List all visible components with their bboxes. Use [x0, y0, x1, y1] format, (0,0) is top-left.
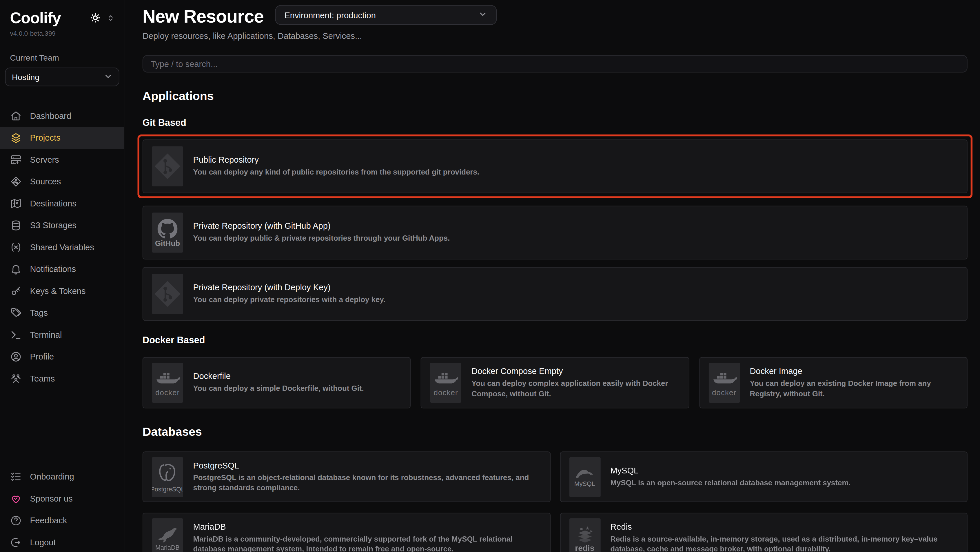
- card-title: Redis: [610, 522, 958, 531]
- sidebar-item-logout[interactable]: Logout: [0, 531, 124, 552]
- mariadb-logo: MariaDB: [152, 518, 183, 552]
- environment-select[interactable]: Environment: production: [275, 5, 497, 25]
- card-description: MySQL is an open-source relational datab…: [610, 478, 851, 488]
- users-icon: [10, 373, 22, 385]
- mysql-logo-text: MySQL: [574, 481, 595, 487]
- card-description: You can deploy complex application easil…: [471, 379, 680, 399]
- sidebar-item-profile[interactable]: Profile: [0, 346, 124, 368]
- terminal-icon: [10, 329, 22, 341]
- git-source-icon: [10, 176, 22, 188]
- sidebar-nav: Dashboard Projects Servers Sources Desti…: [0, 105, 124, 389]
- sidebar-header-icons: [90, 13, 115, 23]
- docker-based-heading: Docker Based: [143, 335, 967, 345]
- database-icon: [10, 219, 22, 231]
- sidebar-item-servers[interactable]: Servers: [0, 149, 124, 171]
- card-description: You can deploy public & private reposito…: [193, 233, 450, 244]
- card-title: Private Repository (with GitHub App): [193, 222, 450, 231]
- sidebar-item-projects[interactable]: Projects: [0, 127, 124, 149]
- team-select-value: Hosting: [12, 72, 40, 81]
- card-mysql[interactable]: MySQL MySQL MySQL is an open-source rela…: [560, 451, 967, 502]
- card-title: Docker Compose Empty: [471, 367, 680, 376]
- sidebar: Coolify v4.0.0-beta.399 Current Team Hos…: [0, 0, 125, 552]
- card-title: Public Repository: [193, 155, 479, 165]
- card-description: You can deploy any kind of public reposi…: [193, 167, 479, 177]
- redis-logo-text: redis: [575, 545, 594, 551]
- git-based-heading: Git Based: [143, 117, 967, 128]
- card-title: PostgreSQL: [193, 461, 541, 470]
- sidebar-item-sponsor-us[interactable]: Sponsor us: [0, 488, 124, 509]
- card-docker-compose-empty[interactable]: docker Docker Compose Empty You can depl…: [421, 357, 689, 408]
- docker-logo-text: docker: [155, 390, 180, 396]
- chevron-down-icon: [478, 9, 487, 21]
- card-description: You can deploy an existing Docker Image …: [750, 379, 958, 399]
- environment-select-value: Environment: production: [284, 10, 376, 20]
- database-cards-grid: PostgreSQL PostgreSQL PostgreSQL is an o…: [143, 451, 967, 552]
- card-dockerfile[interactable]: docker Dockerfile You can deploy a simpl…: [143, 357, 411, 408]
- databases-heading: Databases: [143, 425, 967, 439]
- card-title: Dockerfile: [193, 372, 364, 381]
- mariadb-logo-text: MariaDB: [155, 544, 180, 551]
- current-team-label: Current Team: [0, 37, 124, 62]
- sidebar-item-feedback[interactable]: Feedback: [0, 510, 124, 531]
- card-title: Private Repository (with Deploy Key): [193, 283, 385, 292]
- page-header: New Resource Environment: production: [143, 6, 967, 27]
- git-icon: [152, 147, 183, 187]
- server-icon: [10, 154, 22, 166]
- card-description: PostgreSQL is an object-relational datab…: [193, 472, 541, 493]
- github-logo: GitHub: [152, 212, 183, 252]
- github-logo-text: GitHub: [155, 240, 180, 246]
- docker-logo-text: docker: [433, 390, 458, 396]
- git-icon: [152, 274, 183, 314]
- selected-card-outline: Public Repository You can deploy any kin…: [138, 134, 973, 198]
- theme-toggle-sun-icon[interactable]: [90, 13, 101, 23]
- sidebar-item-s3-storages[interactable]: S3 Storages: [0, 215, 124, 236]
- card-postgresql[interactable]: PostgreSQL PostgreSQL PostgreSQL is an o…: [143, 451, 550, 502]
- docker-logo: docker: [430, 363, 461, 403]
- card-redis[interactable]: redis Redis Redis is a source-available,…: [560, 513, 967, 552]
- map-icon: [10, 198, 22, 210]
- redis-logo: redis: [569, 518, 600, 552]
- search-bar: [143, 55, 967, 72]
- card-description: You can deploy private repositories with…: [193, 295, 385, 305]
- card-docker-image[interactable]: docker Docker Image You can deploy an ex…: [699, 357, 967, 408]
- team-select[interactable]: Hosting: [5, 67, 119, 86]
- postgresql-logo-text: PostgreSQL: [152, 486, 183, 493]
- card-mariadb[interactable]: MariaDB MariaDB MariaDB is a community-d…: [143, 513, 550, 552]
- heart-hands-icon: [10, 493, 22, 505]
- card-title: Docker Image: [750, 367, 958, 376]
- page-title: New Resource: [143, 6, 264, 26]
- help-circle-icon: [10, 515, 22, 526]
- bell-icon: [10, 263, 22, 275]
- docker-logo: docker: [152, 363, 183, 403]
- sidebar-item-destinations[interactable]: Destinations: [0, 193, 124, 214]
- chevron-down-icon: [104, 72, 113, 82]
- sidebar-item-notifications[interactable]: Notifications: [0, 258, 124, 280]
- card-private-repository-github-app[interactable]: GitHub Private Repository (with GitHub A…: [143, 206, 967, 260]
- app-window: Coolify v4.0.0-beta.399 Current Team Hos…: [0, 0, 980, 552]
- search-input[interactable]: [143, 59, 967, 69]
- checklist-icon: [10, 471, 22, 483]
- sidebar-item-terminal[interactable]: Terminal: [0, 324, 124, 346]
- sidebar-item-keys-tokens[interactable]: Keys & Tokens: [0, 280, 124, 302]
- sidebar-item-teams[interactable]: Teams: [0, 368, 124, 389]
- applications-heading: Applications: [143, 89, 967, 103]
- card-public-repository[interactable]: Public Repository You can deploy any kin…: [143, 139, 967, 193]
- tag-icon: [10, 307, 22, 319]
- sidebar-item-shared-variables[interactable]: Shared Variables: [0, 236, 124, 258]
- sidebar-item-dashboard[interactable]: Dashboard: [0, 105, 124, 127]
- app-version: v4.0.0-beta.399: [0, 27, 124, 37]
- page-subtitle: Deploy resources, like Applications, Dat…: [143, 31, 967, 41]
- logout-icon: [10, 537, 22, 549]
- docker-logo: docker: [708, 363, 740, 403]
- key-icon: [10, 285, 22, 297]
- coolify-logo[interactable]: Coolify: [10, 9, 61, 27]
- home-icon: [10, 110, 22, 122]
- main-content: New Resource Environment: production Dep…: [124, 0, 980, 552]
- chevron-up-down-icon[interactable]: [107, 13, 115, 22]
- card-description: MariaDB is a community-developed, commer…: [193, 534, 541, 552]
- sidebar-item-onboarding[interactable]: Onboarding: [0, 466, 124, 488]
- sidebar-item-sources[interactable]: Sources: [0, 171, 124, 193]
- card-private-repository-deploy-key[interactable]: Private Repository (with Deploy Key) You…: [143, 267, 967, 321]
- card-title: MySQL: [610, 466, 851, 475]
- sidebar-item-tags[interactable]: Tags: [0, 302, 124, 324]
